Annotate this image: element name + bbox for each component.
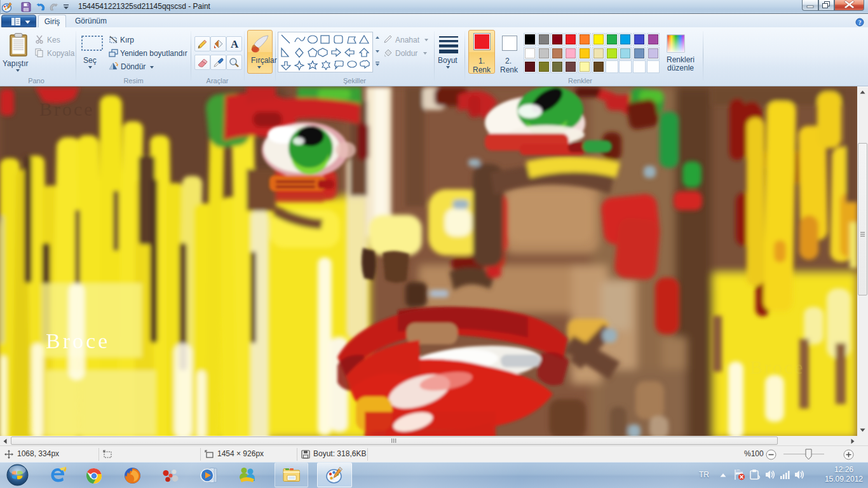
- svg-text:Broce: Broce: [750, 356, 805, 377]
- svg-text:Broce: Broce: [46, 329, 110, 353]
- svg-text:?: ?: [858, 20, 862, 26]
- svg-text:Broce: Broce: [39, 98, 95, 119]
